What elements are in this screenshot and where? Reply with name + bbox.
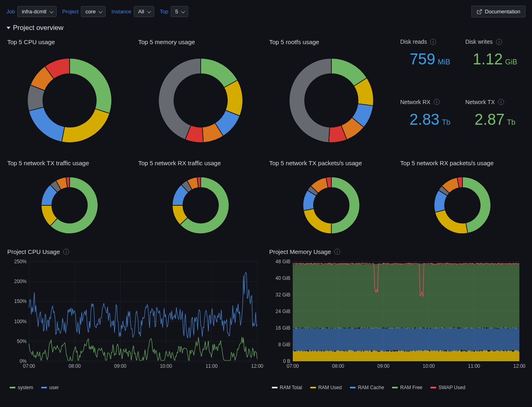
svg-point-6 xyxy=(297,66,366,135)
legend: RAM TotalRAM UsedRAM CacheRAM FreeSWAP U… xyxy=(269,383,526,390)
rootfs-donut-chart xyxy=(289,58,373,143)
ptx-donut-chart xyxy=(303,177,360,234)
stat-unit: MiB xyxy=(438,58,450,66)
chevron-down-icon xyxy=(6,27,11,29)
panel-cpu-donut[interactable]: Top 5 CPU usage xyxy=(6,37,133,153)
panel-title: Top 5 network TX traffic usage xyxy=(6,158,133,169)
legend-item[interactable]: SWAP Used xyxy=(430,385,465,390)
panel-net-tx[interactable]: Network TX 2.87Tb xyxy=(464,97,526,153)
panel-title: Project Memory Usage xyxy=(269,248,331,255)
var-label-project: Project xyxy=(62,9,78,15)
panel-title: Top 5 memory usage xyxy=(138,37,264,48)
panel-title: Top 5 network RX traffic usage xyxy=(138,158,264,169)
var-select-instance[interactable]: All xyxy=(134,6,154,17)
panel-title: Network TX xyxy=(465,99,495,105)
svg-text:07:00: 07:00 xyxy=(286,363,299,369)
panel-project-cpu-usage[interactable]: Project CPU Usage 0%50%100%150%200%250%0… xyxy=(6,247,264,390)
panel-disk-writes[interactable]: Disk writes 1.12GiB xyxy=(464,37,526,93)
panel-title: Network RX xyxy=(400,99,430,105)
project-mem-chart: 0 B8 GiB16 GiB24 GiB32 GiB40 GiB48 GiB07… xyxy=(269,258,526,371)
svg-text:07:00: 07:00 xyxy=(23,363,35,369)
svg-text:10:00: 10:00 xyxy=(160,363,172,369)
svg-text:48 GiB: 48 GiB xyxy=(276,259,290,264)
legend-item[interactable]: system xyxy=(10,385,33,390)
var-select-top[interactable]: 5 xyxy=(171,6,188,17)
stat-unit: Tb xyxy=(442,118,450,127)
documentation-label: Documentation xyxy=(485,9,520,15)
external-link-icon xyxy=(477,9,482,15)
svg-text:8 GiB: 8 GiB xyxy=(278,342,290,347)
legend-item[interactable]: RAM Total xyxy=(272,385,302,390)
svg-text:50%: 50% xyxy=(17,339,27,344)
var-label-top: Top xyxy=(160,9,168,15)
stat-unit: Tb xyxy=(507,118,515,127)
info-icon[interactable] xyxy=(334,249,340,255)
info-icon[interactable] xyxy=(434,99,440,105)
svg-text:11:00: 11:00 xyxy=(468,363,480,369)
var-select-job[interactable]: infra-dcmtl xyxy=(17,6,57,17)
row-header-project-overview[interactable]: Project overview xyxy=(6,23,526,37)
stat-value: 2.87 xyxy=(475,111,504,128)
var-select-project[interactable]: core xyxy=(81,6,106,17)
panel-title: Disk reads xyxy=(400,38,427,45)
svg-point-2 xyxy=(35,66,104,135)
nrx-donut-chart xyxy=(172,177,229,234)
svg-text:12:00: 12:00 xyxy=(513,363,525,369)
legend-item[interactable]: RAM Cache xyxy=(350,385,384,390)
documentation-button[interactable]: Documentation xyxy=(471,6,526,17)
var-label-job: Job xyxy=(6,9,15,15)
panel-project-memory-usage[interactable]: Project Memory Usage 0 B8 GiB16 GiB24 Gi… xyxy=(269,247,526,390)
panel-net-rx-traffic-donut[interactable]: Top 5 network RX traffic usage xyxy=(138,158,264,242)
stat-value: 1.12 xyxy=(473,51,503,68)
svg-text:09:00: 09:00 xyxy=(377,363,389,369)
panel-rootfs-donut[interactable]: Top 5 rootfs usage xyxy=(269,37,395,153)
legend-item[interactable]: RAM Used xyxy=(310,385,342,390)
stat-value: 759 xyxy=(409,51,435,68)
svg-text:09:00: 09:00 xyxy=(114,363,126,369)
svg-text:150%: 150% xyxy=(14,298,27,304)
panel-net-rx[interactable]: Network RX 2.83Tb xyxy=(399,97,460,153)
prx-donut-chart xyxy=(434,177,491,234)
svg-text:24 GiB: 24 GiB xyxy=(276,309,290,314)
ntx-donut-chart xyxy=(41,177,98,234)
panel-title: Top 5 rootfs usage xyxy=(269,37,395,48)
svg-point-10 xyxy=(178,182,224,228)
svg-text:16 GiB: 16 GiB xyxy=(276,325,290,331)
svg-line-0 xyxy=(479,9,481,12)
info-icon[interactable] xyxy=(63,249,69,255)
svg-text:10:00: 10:00 xyxy=(422,363,435,369)
panel-title: Project CPU Usage xyxy=(7,248,60,255)
svg-text:12:00: 12:00 xyxy=(251,363,263,369)
svg-point-14 xyxy=(439,182,485,228)
legend: systemuser xyxy=(6,383,264,390)
stat-unit: GiB xyxy=(505,58,517,66)
svg-text:11:00: 11:00 xyxy=(206,363,218,369)
svg-text:32 GiB: 32 GiB xyxy=(276,292,290,298)
panel-disk-reads[interactable]: Disk reads 759MiB xyxy=(399,37,460,93)
panel-title: Disk writes xyxy=(465,38,493,45)
svg-point-8 xyxy=(47,182,93,228)
svg-text:250%: 250% xyxy=(14,259,27,264)
svg-text:08:00: 08:00 xyxy=(332,363,344,369)
panel-net-tx-traffic-donut[interactable]: Top 5 network TX traffic usage xyxy=(6,158,133,242)
svg-point-12 xyxy=(308,182,354,228)
svg-text:100%: 100% xyxy=(14,319,27,324)
info-icon[interactable] xyxy=(498,99,504,105)
mem-donut-chart xyxy=(159,58,243,143)
section-title: Project overview xyxy=(13,24,64,32)
panel-net-tx-packets-donut[interactable]: Top 5 network TX packets/s usage xyxy=(269,158,395,242)
svg-text:08:00: 08:00 xyxy=(69,363,81,369)
cpu-donut-chart xyxy=(28,58,112,143)
svg-point-4 xyxy=(166,66,235,135)
project-cpu-chart: 0%50%100%150%200%250%07:0008:0009:0010:0… xyxy=(6,258,264,371)
var-label-instance: Instance xyxy=(111,9,131,15)
legend-item[interactable]: user xyxy=(41,385,59,390)
stat-value: 2.83 xyxy=(409,111,439,128)
panel-mem-donut[interactable]: Top 5 memory usage xyxy=(138,37,264,153)
legend-item[interactable]: RAM Free xyxy=(392,385,422,390)
panel-title: Top 5 CPU usage xyxy=(6,37,133,48)
info-icon[interactable] xyxy=(430,39,436,45)
panel-net-rx-packets-donut[interactable]: Top 5 network RX packets/s usage xyxy=(399,158,526,242)
svg-text:40 GiB: 40 GiB xyxy=(276,275,290,281)
info-icon[interactable] xyxy=(496,39,502,45)
